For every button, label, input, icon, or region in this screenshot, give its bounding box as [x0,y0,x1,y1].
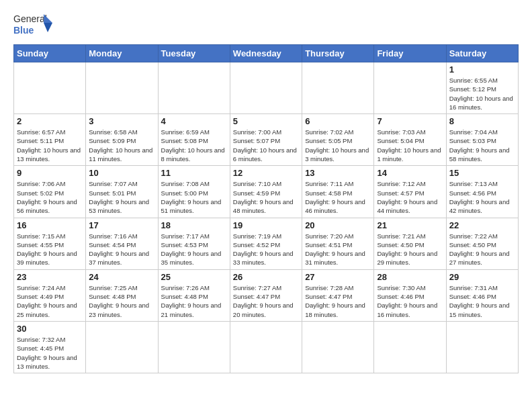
day-cell [86,62,158,114]
day-info: Sunrise: 7:10 AMSunset: 4:59 PMDaylight:… [233,179,299,215]
week-row-4: 23Sunrise: 7:24 AMSunset: 4:49 PMDayligh… [14,269,519,321]
day-info: Sunrise: 7:06 AMSunset: 5:02 PMDaylight:… [17,179,83,215]
day-cell [158,62,230,114]
day-cell: 6Sunrise: 7:02 AMSunset: 5:05 PMDaylight… [302,114,374,166]
day-number: 9 [17,168,83,178]
day-number: 2 [17,116,83,126]
day-info: Sunrise: 7:26 AMSunset: 4:48 PMDaylight:… [161,283,227,319]
day-number: 20 [305,220,371,230]
day-cell: 29Sunrise: 7:31 AMSunset: 4:46 PMDayligh… [446,269,518,321]
day-cell: 21Sunrise: 7:21 AMSunset: 4:50 PMDayligh… [374,218,446,269]
day-number: 19 [233,220,299,230]
day-cell [230,62,302,114]
day-info: Sunrise: 7:00 AMSunset: 5:07 PMDaylight:… [233,128,299,163]
day-cell: 24Sunrise: 7:25 AMSunset: 4:48 PMDayligh… [86,269,158,321]
day-info: Sunrise: 7:08 AMSunset: 5:00 PMDaylight:… [161,179,227,215]
day-number: 18 [161,220,227,230]
day-cell: 27Sunrise: 7:28 AMSunset: 4:47 PMDayligh… [302,269,374,321]
day-cell: 22Sunrise: 7:22 AMSunset: 4:50 PMDayligh… [446,218,518,269]
day-number: 12 [233,168,299,178]
day-number: 4 [161,116,227,126]
day-cell: 14Sunrise: 7:12 AMSunset: 4:57 PMDayligh… [374,166,446,218]
svg-text:General: General [13,13,47,24]
day-cell: 9Sunrise: 7:06 AMSunset: 5:02 PMDaylight… [14,166,86,218]
day-number: 5 [233,116,299,126]
week-row-1: 2Sunrise: 6:57 AMSunset: 5:11 PMDaylight… [14,114,519,166]
day-number: 14 [377,168,443,178]
col-header-monday: Monday [86,45,158,62]
day-cell: 15Sunrise: 7:13 AMSunset: 4:56 PMDayligh… [446,166,518,218]
day-info: Sunrise: 7:02 AMSunset: 5:05 PMDaylight:… [305,128,371,163]
calendar: SundayMondayTuesdayWednesdayThursdayFrid… [13,44,519,373]
day-number: 1 [449,64,515,75]
col-header-thursday: Thursday [302,45,374,62]
day-cell: 30Sunrise: 7:32 AMSunset: 4:45 PMDayligh… [14,321,86,373]
day-number: 27 [305,272,371,282]
col-header-tuesday: Tuesday [158,45,230,62]
svg-marker-3 [44,23,52,32]
day-number: 30 [17,324,83,334]
svg-text:Blue: Blue [13,25,34,36]
day-info: Sunrise: 7:20 AMSunset: 4:51 PMDaylight:… [305,232,371,267]
day-number: 11 [161,168,227,178]
day-cell: 5Sunrise: 7:00 AMSunset: 5:07 PMDaylight… [230,114,302,166]
day-cell: 2Sunrise: 6:57 AMSunset: 5:11 PMDaylight… [14,114,86,166]
day-info: Sunrise: 7:22 AMSunset: 4:50 PMDaylight:… [449,232,515,267]
day-cell: 7Sunrise: 7:03 AMSunset: 5:04 PMDaylight… [374,114,446,166]
day-info: Sunrise: 7:25 AMSunset: 4:48 PMDaylight:… [89,283,154,319]
day-info: Sunrise: 7:15 AMSunset: 4:55 PMDaylight:… [17,232,83,267]
day-cell [374,62,446,114]
day-number: 28 [377,272,443,282]
day-number: 29 [449,272,515,282]
day-cell: 11Sunrise: 7:08 AMSunset: 5:00 PMDayligh… [158,166,230,218]
day-info: Sunrise: 7:27 AMSunset: 4:47 PMDaylight:… [233,283,299,319]
day-info: Sunrise: 7:32 AMSunset: 4:45 PMDaylight:… [17,335,83,371]
day-cell [86,321,158,373]
day-cell [446,321,518,373]
day-number: 25 [161,272,227,282]
day-cell: 10Sunrise: 7:07 AMSunset: 5:01 PMDayligh… [86,166,158,218]
day-cell: 1Sunrise: 6:55 AMSunset: 5:12 PMDaylight… [446,62,518,114]
day-number: 7 [377,116,443,126]
day-cell: 17Sunrise: 7:16 AMSunset: 4:54 PMDayligh… [86,218,158,269]
day-info: Sunrise: 6:59 AMSunset: 5:08 PMDaylight:… [161,128,227,163]
day-cell: 12Sunrise: 7:10 AMSunset: 4:59 PMDayligh… [230,166,302,218]
header: GeneralBlue [13,11,519,38]
day-number: 21 [377,220,443,230]
logo-svg: GeneralBlue [13,11,54,38]
day-info: Sunrise: 7:28 AMSunset: 4:47 PMDaylight:… [305,283,371,319]
day-info: Sunrise: 7:07 AMSunset: 5:01 PMDaylight:… [89,179,154,215]
day-cell: 25Sunrise: 7:26 AMSunset: 4:48 PMDayligh… [158,269,230,321]
col-header-saturday: Saturday [446,45,518,62]
day-number: 13 [305,168,371,178]
day-cell: 20Sunrise: 7:20 AMSunset: 4:51 PMDayligh… [302,218,374,269]
day-cell [14,62,86,114]
logo: GeneralBlue [13,11,54,38]
day-cell [374,321,446,373]
day-cell [230,321,302,373]
day-info: Sunrise: 6:55 AMSunset: 5:12 PMDaylight:… [449,76,515,111]
week-row-0: 1Sunrise: 6:55 AMSunset: 5:12 PMDaylight… [14,62,519,114]
day-cell: 19Sunrise: 7:19 AMSunset: 4:52 PMDayligh… [230,218,302,269]
day-number: 17 [89,220,154,230]
day-info: Sunrise: 7:30 AMSunset: 4:46 PMDaylight:… [377,283,443,319]
day-cell: 18Sunrise: 7:17 AMSunset: 4:53 PMDayligh… [158,218,230,269]
day-info: Sunrise: 7:16 AMSunset: 4:54 PMDaylight:… [89,232,154,267]
day-cell [158,321,230,373]
col-header-friday: Friday [374,45,446,62]
day-info: Sunrise: 7:13 AMSunset: 4:56 PMDaylight:… [449,179,515,215]
week-row-2: 9Sunrise: 7:06 AMSunset: 5:02 PMDaylight… [14,166,519,218]
day-number: 3 [89,116,154,126]
day-info: Sunrise: 7:03 AMSunset: 5:04 PMDaylight:… [377,128,443,163]
day-info: Sunrise: 7:24 AMSunset: 4:49 PMDaylight:… [17,283,83,319]
day-info: Sunrise: 7:12 AMSunset: 4:57 PMDaylight:… [377,179,443,215]
day-number: 22 [449,220,515,230]
day-cell: 4Sunrise: 6:59 AMSunset: 5:08 PMDaylight… [158,114,230,166]
day-number: 24 [89,272,154,282]
col-header-wednesday: Wednesday [230,45,302,62]
calendar-header-row: SundayMondayTuesdayWednesdayThursdayFrid… [14,45,519,62]
day-cell [302,62,374,114]
day-info: Sunrise: 7:11 AMSunset: 4:58 PMDaylight:… [305,179,371,215]
day-cell: 23Sunrise: 7:24 AMSunset: 4:49 PMDayligh… [14,269,86,321]
day-number: 10 [89,168,154,178]
